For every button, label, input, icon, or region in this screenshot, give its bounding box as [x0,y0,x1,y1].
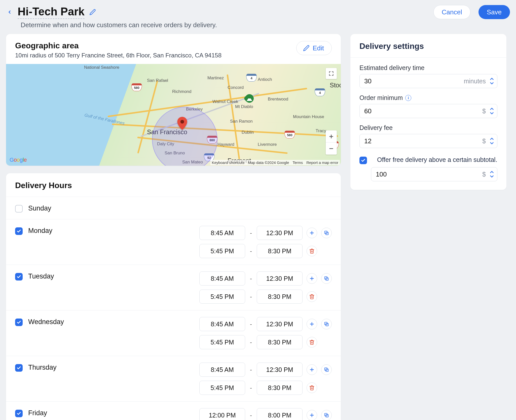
time-slots: -- [199,317,332,349]
day-checkbox[interactable] [15,364,23,372]
time-to-input[interactable] [257,363,303,377]
mountain-icon [243,92,255,104]
free-threshold-input[interactable] [371,167,497,181]
map-label: Mountain House [293,114,324,119]
copy-icon[interactable] [321,410,332,420]
est-time-label: Estimated delivery time [359,64,497,72]
zoom-out-button[interactable] [326,143,337,155]
day-checkbox[interactable] [15,319,23,326]
map-label: Antioch [258,77,272,82]
stepper [488,104,495,118]
step-up-button[interactable] [488,137,495,141]
time-separator: - [249,366,253,373]
time-slot: - [199,317,332,331]
time-from-input[interactable] [199,271,245,286]
delivery-radius [152,107,217,166]
map-label: Brentwood [268,97,288,102]
time-slots: -- [199,226,332,258]
day-checkbox[interactable] [15,227,23,235]
time-to-input[interactable] [257,271,303,286]
time-slot: - [199,226,332,240]
day-checkbox[interactable] [15,205,23,213]
step-down-button[interactable] [488,174,495,179]
fullscreen-icon[interactable] [326,68,337,79]
cancel-button[interactable]: Cancel [433,5,470,19]
pencil-icon[interactable] [89,8,97,16]
step-up-button[interactable] [488,77,495,81]
copy-icon[interactable] [321,319,332,329]
time-slot: - [199,271,332,286]
map-pin-icon [177,117,187,127]
plus-icon[interactable] [307,273,317,284]
step-down-button[interactable] [488,81,495,85]
map-terms-link[interactable]: Terms [292,160,303,165]
map-label: Livermore [258,142,277,147]
plus-icon[interactable] [307,364,317,375]
time-slot: - [199,244,332,258]
time-from-input[interactable] [199,335,245,349]
map-shortcuts-link[interactable]: Keyboard shortcuts [212,160,244,165]
step-up-button[interactable] [488,170,495,174]
stepper [488,74,495,88]
back-icon[interactable] [6,9,13,16]
time-to-input[interactable] [257,335,303,349]
time-from-input[interactable] [199,290,245,304]
edit-area-button[interactable]: Edit [296,41,332,55]
day-name: Sunday [28,203,51,212]
time-from-input[interactable] [199,408,245,420]
copy-icon[interactable] [321,228,332,238]
map-label: Richmond [172,89,192,94]
day-checkbox[interactable] [15,410,23,417]
time-from-input[interactable] [199,317,245,331]
trash-icon[interactable] [307,246,317,256]
google-logo: Google [10,157,27,163]
map-label: Dublin [242,130,254,135]
time-separator: - [249,339,253,346]
order-min-label: Order minimum i [359,94,497,101]
time-from-input[interactable] [199,226,245,240]
time-to-input[interactable] [257,244,303,258]
page-subtitle: Determine when and how customers can rec… [0,21,516,34]
delivery-fee-input[interactable] [359,134,497,148]
map-zoom [326,130,337,155]
trash-icon[interactable] [307,382,317,393]
copy-icon[interactable] [321,364,332,375]
step-down-button[interactable] [488,141,495,145]
info-icon[interactable]: i [405,95,411,101]
time-to-input[interactable] [257,226,303,240]
trash-icon[interactable] [307,337,317,347]
map-report-link[interactable]: Report a map error [306,160,338,165]
day-row: Sunday [6,197,341,219]
time-separator: - [249,248,253,255]
page-title[interactable]: Hi-Tech Park [18,5,85,19]
order-min-input[interactable] [359,104,497,118]
step-up-button[interactable] [488,107,495,111]
trash-icon[interactable] [307,291,317,302]
free-delivery-checkbox[interactable] [359,157,367,164]
time-from-input[interactable] [199,244,245,258]
time-to-input[interactable] [257,317,303,331]
plus-icon[interactable] [307,228,317,238]
day-row: Tuesday-- [6,265,341,310]
plus-icon[interactable] [307,319,317,329]
shield-icon: 580 [131,84,142,91]
stepper [488,167,495,181]
copy-icon[interactable] [321,273,332,284]
save-button[interactable]: Save [478,5,510,19]
page-header: Hi-Tech Park Cancel Save [0,0,516,21]
time-to-input[interactable] [257,408,303,420]
map[interactable]: National Seashore Gulf of the Farallones… [6,64,341,166]
plus-icon[interactable] [307,410,317,420]
time-to-input[interactable] [257,290,303,304]
time-separator: - [249,384,253,391]
zoom-in-button[interactable] [326,130,337,143]
day-checkbox[interactable] [15,273,23,281]
map-label: Walnut Creek [212,99,238,104]
time-to-input[interactable] [257,381,303,395]
time-slots: -- [199,271,332,304]
time-slot: - [199,335,332,349]
time-from-input[interactable] [199,363,245,377]
step-down-button[interactable] [488,111,495,115]
time-separator: - [249,229,253,236]
time-from-input[interactable] [199,381,245,395]
